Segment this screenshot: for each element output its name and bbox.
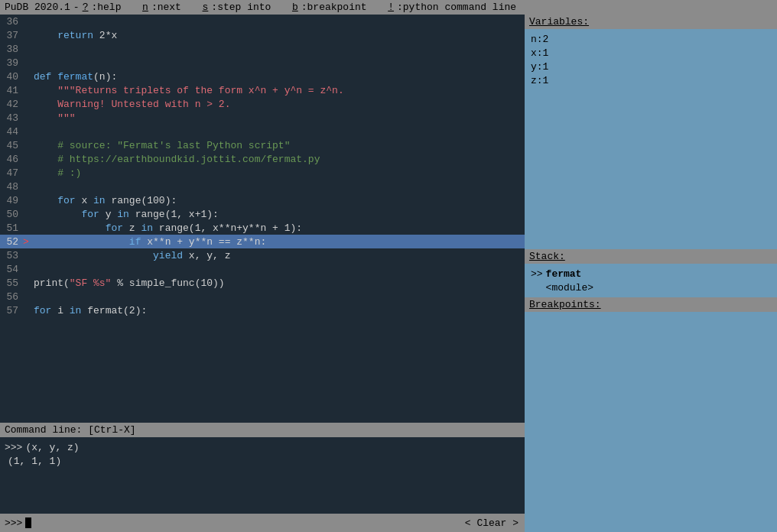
code-line-39: 39 — [0, 56, 525, 70]
variables-content: n: 2 x: 1 y: 1 z: 1 — [525, 29, 777, 249]
code-line-57: 57 for i in fermat(2): — [0, 303, 525, 317]
code-line-47: 47 # :) — [0, 166, 525, 180]
code-line-44: 44 — [0, 125, 525, 138]
repl-input-row[interactable]: >>> — [0, 517, 459, 529]
code-line-54: 54 — [0, 262, 525, 276]
var-z: z: 1 — [531, 73, 771, 87]
code-line-40: 40 def fermat(n): — [0, 70, 525, 83]
code-lines: 36 37 return 2*x 38 — [0, 15, 525, 317]
clear-button-area[interactable]: < Clear > — [459, 516, 525, 530]
code-line-45: 45 # source: "Fermat's last Python scrip… — [0, 138, 525, 152]
code-line-41: 41 """Returns triplets of the form x^n +… — [0, 83, 525, 97]
main-area: 36 37 return 2*x 38 — [0, 15, 777, 532]
repl-area: >>> (x, y, z) (1, 1, 1) — [0, 437, 525, 514]
code-line-56: 56 — [0, 290, 525, 303]
code-line-42: 42 Warning! Untested with n > 2. — [0, 97, 525, 111]
code-panel: 36 37 return 2*x 38 — [0, 15, 525, 532]
code-line-36: 36 — [0, 15, 525, 28]
stack-header: Stack: — [525, 249, 777, 264]
stack-item-fermat: >> fermat — [531, 267, 771, 281]
repl-cursor — [25, 517, 31, 528]
code-line-38: 38 — [0, 42, 525, 56]
bottom-bar: >>> < Clear > — [0, 514, 525, 532]
breakpoints-section: Breakpoints: — [525, 297, 777, 532]
menu-separator: - — [73, 2, 80, 13]
menu-bar: PuDB 2020.1 - ?:help n:next s:step into … — [0, 0, 777, 15]
code-line-48: 48 — [0, 180, 525, 193]
code-line-51: 51 for z in range(1, x**n+y**n + 1): — [0, 221, 525, 235]
code-line-43: 43 """ — [0, 111, 525, 125]
repl-line-2: (1, 1, 1) — [5, 454, 520, 468]
menu-python[interactable]: !:python command line — [388, 2, 519, 13]
repl-line-4 — [5, 482, 520, 495]
breakpoints-header: Breakpoints: — [525, 297, 777, 312]
var-y: y: 1 — [531, 60, 771, 73]
stack-section: Stack: >> fermat <module> — [525, 249, 777, 297]
menu-help[interactable]: ?:help — [83, 2, 125, 13]
stack-item-module: <module> — [531, 281, 771, 294]
code-line-53: 53 yield x, y, z — [0, 248, 525, 262]
menu-breakpoint[interactable]: b:breakpoint — [292, 2, 370, 13]
var-x: x: 1 — [531, 46, 771, 60]
menu-step[interactable]: s:step into — [203, 2, 275, 13]
repl-line-1: >>> (x, y, z) — [5, 440, 520, 454]
variables-section: Variables: n: 2 x: 1 y: 1 z: 1 — [525, 15, 777, 249]
command-line-bar: Command line: [Ctrl-X] — [0, 423, 525, 437]
repl-line-3 — [5, 468, 520, 482]
code-area: 36 37 return 2*x 38 — [0, 15, 525, 423]
var-n: n: 2 — [531, 32, 771, 46]
code-line-37: 37 return 2*x — [0, 28, 525, 42]
variables-header: Variables: — [525, 15, 777, 29]
code-line-50: 50 for y in range(1, x+1): — [0, 207, 525, 221]
code-line-49: 49 for x in range(100): — [0, 193, 525, 207]
code-line-55: 55 print("SF %s" % simple_func(10)) — [0, 276, 525, 290]
menu-next[interactable]: n:next — [142, 2, 184, 13]
repl-bottom-prompt: >>> — [5, 517, 22, 529]
breakpoints-content — [525, 312, 777, 532]
stack-content: >> fermat <module> — [525, 264, 777, 297]
clear-button[interactable]: < Clear > — [459, 516, 525, 530]
code-line-52: 52 > if x**n + y**n == z**n: — [0, 235, 525, 248]
app-title: PuDB 2020.1 — [5, 2, 70, 13]
code-line-46: 46 # https://earthboundkid.jottit.com/fe… — [0, 152, 525, 166]
right-panel: Variables: n: 2 x: 1 y: 1 z: 1 — [525, 15, 777, 532]
